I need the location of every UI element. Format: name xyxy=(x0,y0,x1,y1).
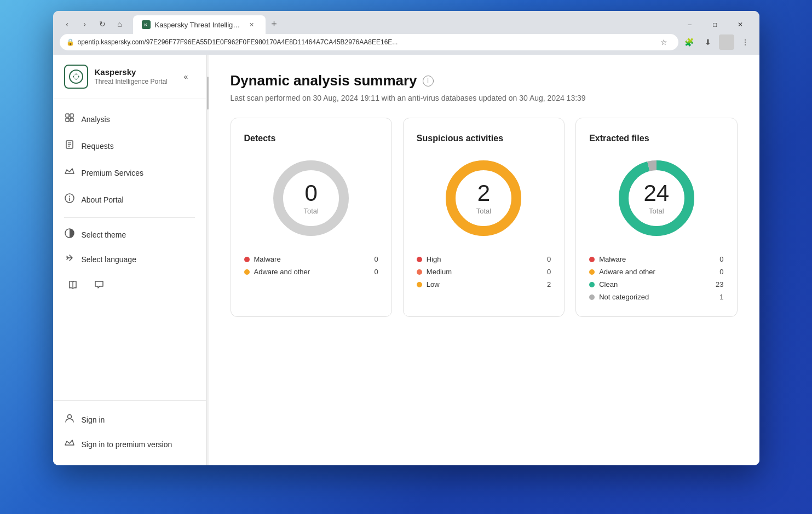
main-content: Dynamic analysis summary i Last scan per… xyxy=(209,55,759,465)
detects-legend: Malware 0 Adware and other 0 xyxy=(244,255,378,276)
minimize-button[interactable]: – xyxy=(677,16,702,33)
sidebar-item-requests[interactable]: Requests xyxy=(53,132,206,159)
language-label: Select language xyxy=(82,255,136,264)
sidebar-nav: Analysis Requests xyxy=(53,99,206,400)
ext-adware-item: Adware and other 0 xyxy=(589,268,723,276)
svg-rect-3 xyxy=(70,114,73,117)
sidebar-icons-row xyxy=(53,272,206,298)
adware-label: Adware and other xyxy=(254,268,310,276)
ext-malware-dot xyxy=(589,257,595,262)
sidebar-item-language[interactable]: Select language xyxy=(53,247,206,272)
extracted-card: Extracted files xyxy=(575,118,737,317)
extracted-card-title: Extracted files xyxy=(589,134,723,143)
scrollbar-thumb xyxy=(207,77,209,109)
page-subtitle: Last scan performed on 30 Aug, 2024 19:1… xyxy=(231,94,738,102)
sidebar-item-signin-premium[interactable]: Sign in to premium version xyxy=(53,432,206,457)
forward-button[interactable]: › xyxy=(77,16,93,32)
suspicious-total-number: 2 xyxy=(476,182,491,205)
window-controls: – □ ✕ xyxy=(677,16,753,33)
about-icon xyxy=(64,193,75,206)
signin-premium-icon xyxy=(64,437,75,451)
bookmark-icon[interactable]: ☆ xyxy=(656,34,672,50)
info-icon[interactable]: i xyxy=(423,76,434,86)
high-count: 0 xyxy=(547,255,551,263)
sidebar-item-signin[interactable]: Sign in xyxy=(53,407,206,432)
extracted-donut: 24 Total xyxy=(613,154,700,242)
sidebar-item-about[interactable]: About Portal xyxy=(53,186,206,213)
sidebar-scrollbar[interactable] xyxy=(206,55,209,465)
low-item: Low 2 xyxy=(417,280,551,288)
malware-count: 0 xyxy=(375,255,378,263)
maximize-button[interactable]: □ xyxy=(702,16,728,33)
page-title-row: Dynamic analysis summary i xyxy=(231,72,738,89)
analysis-icon xyxy=(64,112,75,126)
extracted-total-label: Total xyxy=(643,207,669,215)
detects-malware-item: Malware 0 xyxy=(244,255,378,263)
sidebar-bottom: Sign in Sign in to premium version xyxy=(53,400,206,465)
extracted-legend: Malware 0 Adware and other 0 Clean 23 xyxy=(589,255,723,301)
adware-count: 0 xyxy=(375,268,378,276)
detects-total-label: Total xyxy=(303,207,318,215)
extensions-icon[interactable]: 🧩 xyxy=(682,34,697,50)
medium-label: Medium xyxy=(427,268,452,276)
chat-icon-button[interactable] xyxy=(90,276,108,293)
theme-label: Select theme xyxy=(82,230,126,239)
detects-card-title: Detects xyxy=(244,134,378,143)
detects-chart-container: 0 Total xyxy=(244,154,378,242)
svg-point-12 xyxy=(69,196,70,197)
svg-point-15 xyxy=(67,415,71,419)
low-count: 2 xyxy=(547,280,551,288)
profile-button[interactable] xyxy=(719,34,734,50)
extracted-donut-center: 24 Total xyxy=(643,182,669,215)
high-item: High 0 xyxy=(417,255,551,263)
ext-adware-count: 0 xyxy=(719,268,723,276)
theme-icon xyxy=(64,228,75,241)
tab-title: Kaspersky Threat Intelligence P... xyxy=(155,21,243,29)
brand-subtitle: Threat Intelligence Portal xyxy=(95,78,168,86)
address-bar[interactable]: 🔒 opentip.kaspersky.com/97E296F77F96EA55… xyxy=(60,34,678,50)
extracted-chart-container: 24 Total xyxy=(589,154,723,242)
detects-card: Detects 0 Total xyxy=(231,118,392,317)
suspicious-donut-center: 2 Total xyxy=(476,182,491,215)
sidebar-item-premium[interactable]: Premium Services xyxy=(53,159,206,186)
premium-label: Premium Services xyxy=(82,169,144,177)
download-icon[interactable]: ⬇ xyxy=(700,34,716,50)
ext-clean-item: Clean 23 xyxy=(589,280,723,288)
book-icon-button[interactable] xyxy=(64,276,82,293)
signin-label: Sign in xyxy=(82,415,105,424)
url-text: opentip.kaspersky.com/97E296F77F96EA55D1… xyxy=(78,38,653,46)
low-label: Low xyxy=(427,280,440,288)
page-title: Dynamic analysis summary xyxy=(231,72,417,89)
high-label: High xyxy=(427,255,441,263)
svg-point-1 xyxy=(74,74,78,79)
sidebar-item-theme[interactable]: Select theme xyxy=(53,222,206,247)
suspicious-card: Suspicious activities 2 Total xyxy=(403,118,565,317)
more-options-icon[interactable]: ⋮ xyxy=(738,34,753,50)
close-button[interactable]: ✕ xyxy=(728,16,753,33)
requests-label: Requests xyxy=(82,142,114,151)
signin-premium-label: Sign in to premium version xyxy=(82,440,172,449)
active-tab[interactable]: K Kaspersky Threat Intelligence P... ✕ xyxy=(133,15,266,34)
signin-icon xyxy=(64,413,75,426)
home-button[interactable]: ⌂ xyxy=(112,16,128,32)
sidebar: Kaspersky Threat Intelligence Portal « xyxy=(53,55,206,465)
browser-window: ‹ › ↻ ⌂ K Kaspersky Threat Intelligence … xyxy=(53,11,759,465)
ext-notcat-dot xyxy=(589,294,595,300)
ext-malware-count: 0 xyxy=(719,255,723,263)
new-tab-button[interactable]: + xyxy=(267,16,282,32)
sidebar-header: Kaspersky Threat Intelligence Portal « xyxy=(53,55,206,99)
premium-icon xyxy=(64,166,75,180)
malware-dot xyxy=(244,257,250,262)
back-button[interactable]: ‹ xyxy=(60,16,75,32)
medium-dot xyxy=(417,269,422,275)
about-label: About Portal xyxy=(82,195,124,204)
ext-malware-label: Malware xyxy=(599,255,626,263)
reload-button[interactable]: ↻ xyxy=(95,16,110,32)
sidebar-item-analysis[interactable]: Analysis xyxy=(53,106,206,132)
suspicious-legend: High 0 Medium 0 Low 2 xyxy=(417,255,551,288)
ext-adware-label: Adware and other xyxy=(599,268,655,276)
sidebar-collapse-button[interactable]: « xyxy=(177,68,195,85)
ext-malware-item: Malware 0 xyxy=(589,255,723,263)
suspicious-card-title: Suspicious activities xyxy=(417,134,551,143)
tab-close-button[interactable]: ✕ xyxy=(247,20,257,30)
